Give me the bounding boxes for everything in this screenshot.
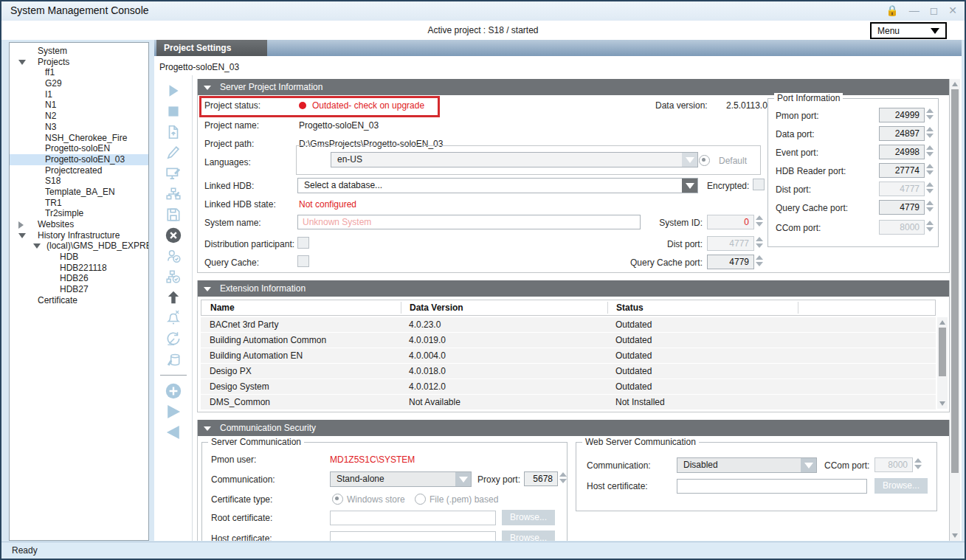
maximize-button[interactable]: ◻ <box>930 4 939 17</box>
web-host-certificate-input[interactable] <box>677 479 867 494</box>
spinner-arrows-icon[interactable] <box>926 221 934 232</box>
expander-icon[interactable] <box>18 233 26 238</box>
cleanup-icon[interactable] <box>164 350 183 369</box>
system-name-input[interactable] <box>297 215 641 229</box>
tree-item[interactable]: N2 <box>10 111 148 122</box>
root-certificate-input[interactable] <box>330 511 496 525</box>
table-row[interactable]: DMS_CommonNot AvailableNot Installed <box>201 395 936 409</box>
upgrade-project-icon[interactable] <box>164 288 183 307</box>
table-row[interactable]: Building Automation Common4.0.019.0Outda… <box>201 333 936 348</box>
linked-hdb-dropdown[interactable]: Select a database... <box>297 178 698 193</box>
table-scrollbar[interactable] <box>937 317 948 409</box>
cancel-icon[interactable] <box>164 226 183 245</box>
spinner-arrows-icon[interactable] <box>926 145 934 156</box>
activate-icon[interactable] <box>164 402 183 421</box>
tree-item-certificate[interactable]: Certificate <box>10 295 148 306</box>
event-port-spinner[interactable]: 24998 <box>879 145 934 159</box>
tab-project-settings[interactable]: Project Settings <box>156 40 267 56</box>
table-row[interactable]: Desigo PX4.0.018.0Outdated <box>201 364 936 378</box>
data-port-spinner[interactable]: 24897 <box>879 126 934 141</box>
expander-icon[interactable] <box>18 221 24 229</box>
scroll-down-icon[interactable] <box>939 401 945 406</box>
collapse-icon[interactable] <box>204 287 211 291</box>
tree-item[interactable]: TR1 <box>10 198 148 209</box>
tree-item[interactable]: Progetto-soloEN <box>10 143 148 154</box>
host-certificate-input[interactable] <box>330 531 496 541</box>
table-row[interactable]: Building Automation EN4.0.004.0Outdated <box>201 348 936 363</box>
proxy-port-spinner[interactable]: 5678 <box>524 471 567 486</box>
edit-display-icon[interactable] <box>164 164 183 183</box>
menu-dropdown[interactable]: Menu <box>870 22 947 39</box>
tree-item[interactable]: NSH_Cherokee_Fire <box>10 133 148 144</box>
close-button[interactable]: ✕ <box>948 4 957 17</box>
web-communication-dropdown[interactable]: Disabled <box>677 457 817 473</box>
back-icon[interactable] <box>164 423 183 442</box>
pmon-port-spinner[interactable]: 24999 <box>879 108 934 122</box>
tree-item-websites[interactable]: Websites <box>10 219 148 230</box>
chevron-down-icon[interactable] <box>682 153 697 167</box>
section-header[interactable]: Extension Information <box>198 280 949 297</box>
expander-icon[interactable] <box>33 243 41 249</box>
table-row[interactable]: Desigo System4.0.012.0Outdated <box>201 379 936 394</box>
tree-item[interactable]: Template_BA_EN <box>10 187 148 198</box>
spinner-arrows-icon[interactable] <box>926 164 934 175</box>
tree-item[interactable]: HDB221118 <box>10 263 148 274</box>
section-header[interactable]: Communication Security <box>198 420 949 436</box>
tree-item[interactable]: G29 <box>10 78 148 89</box>
dist-port-spinner[interactable]: 4777 <box>879 182 934 196</box>
tree-item-system[interactable]: System <box>10 46 148 57</box>
spinner-arrows-icon[interactable] <box>914 458 922 469</box>
ccom-port-spinner[interactable]: 8000 <box>879 220 934 235</box>
tree-item[interactable]: HDB <box>10 252 148 263</box>
spinner-arrows-icon[interactable] <box>926 108 934 120</box>
query-cache-port-spinner[interactable]: 4779 <box>707 255 763 269</box>
tree-item[interactable]: Projectcreated <box>10 165 148 176</box>
dist-port-spinner[interactable]: 4777 <box>707 236 763 251</box>
chevron-down-icon[interactable] <box>682 179 697 193</box>
host-certificate-browse-button[interactable]: Browse... <box>502 530 555 541</box>
spinner-arrows-icon[interactable] <box>559 472 567 483</box>
tree-item[interactable]: N3 <box>10 122 148 133</box>
languages-dropdown[interactable]: en-US <box>331 152 698 167</box>
web-host-certificate-browse-button[interactable]: Browse... <box>874 478 928 494</box>
default-language-radio[interactable] <box>699 155 710 166</box>
windows-store-radio[interactable] <box>332 494 343 505</box>
user-check-icon[interactable] <box>164 246 183 266</box>
scroll-down-icon[interactable] <box>952 533 958 538</box>
chevron-down-icon[interactable] <box>801 458 816 472</box>
main-scrollbar[interactable] <box>950 79 960 541</box>
query-cache-port-spinner[interactable]: 4779 <box>879 200 934 215</box>
distribution-participant-checkbox[interactable] <box>297 237 309 249</box>
spinner-arrows-icon[interactable] <box>756 237 763 248</box>
chevron-down-icon[interactable] <box>455 472 471 486</box>
scroll-thumb[interactable] <box>939 328 946 376</box>
spinner-arrows-icon[interactable] <box>926 127 934 138</box>
spinner-arrows-icon[interactable] <box>756 215 763 227</box>
encrypted-checkbox[interactable] <box>753 179 765 190</box>
tree-item-selected[interactable]: Progetto-soloEN_03 <box>10 154 148 165</box>
tree-item[interactable]: S18 <box>10 176 148 187</box>
query-cache-checkbox[interactable] <box>297 255 309 267</box>
column-header-data-version[interactable]: Data Version <box>410 303 463 313</box>
start-project-icon[interactable] <box>164 81 183 100</box>
restore-icon[interactable] <box>164 329 183 348</box>
root-certificate-browse-button[interactable]: Browse... <box>502 510 555 525</box>
disable-notifications-icon[interactable] <box>164 308 183 328</box>
tree-item[interactable]: I1 <box>10 89 148 100</box>
collapse-icon[interactable] <box>204 86 211 90</box>
network-check-icon[interactable] <box>164 267 183 286</box>
edit-project-icon[interactable] <box>164 143 183 162</box>
new-project-icon[interactable] <box>164 122 183 142</box>
column-header-name[interactable]: Name <box>210 303 235 313</box>
scroll-up-icon[interactable] <box>939 320 945 325</box>
edit-network-icon[interactable] <box>164 184 183 204</box>
stop-project-icon[interactable] <box>164 102 183 121</box>
hdb-reader-port-spinner[interactable]: 27774 <box>879 163 934 178</box>
web-ccom-port-spinner[interactable]: 8000 <box>874 457 922 472</box>
tree-item[interactable]: N1 <box>10 100 148 111</box>
tree-item-projects[interactable]: Projects <box>10 57 148 68</box>
scroll-up-icon[interactable] <box>952 82 958 86</box>
tree-item-history-infrastructure[interactable]: History Infrastructure <box>10 230 148 241</box>
expander-icon[interactable] <box>18 60 26 65</box>
minimize-button[interactable]: — <box>909 4 920 17</box>
